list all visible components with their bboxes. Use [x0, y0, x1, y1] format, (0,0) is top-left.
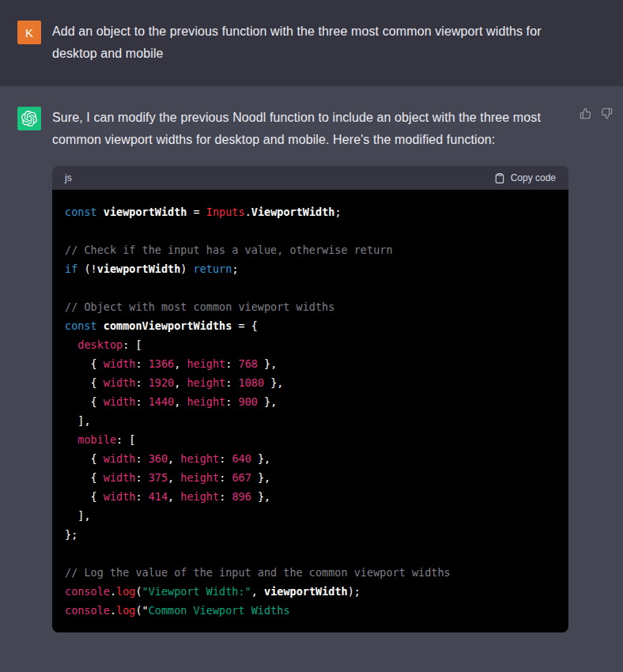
user-avatar: K: [17, 21, 41, 44]
code-line: ],: [65, 411, 556, 430]
thumbs-down-icon: [601, 108, 613, 119]
code-line: [65, 544, 556, 563]
user-avatar-initial: K: [25, 26, 33, 40]
assistant-message-text: Sure, I can modify the previous Noodl fu…: [52, 107, 568, 151]
code-line: mobile: [: [65, 430, 556, 449]
code-line: { width: 1366, height: 768 },: [65, 354, 556, 373]
code-line: { width: 360, height: 640 },: [65, 449, 556, 468]
code-line: };: [65, 525, 556, 544]
user-message-row: K Add an object to the previous function…: [0, 0, 623, 85]
thumbs-down-button[interactable]: [601, 108, 613, 119]
message-feedback: [580, 107, 613, 119]
code-line: [65, 278, 556, 297]
code-line: [65, 221, 556, 240]
thumbs-up-icon: [580, 108, 591, 119]
copy-code-label: Copy code: [511, 172, 556, 183]
code-line: { width: 1920, height: 1080 },: [65, 373, 556, 392]
user-message-text: Add an object to the previous function w…: [52, 21, 568, 65]
code-line: console.log("Viewport Width:", viewportW…: [65, 582, 556, 601]
code-line: console.log("Common Viewport Widths: [65, 601, 556, 620]
code-line: desktop: [: [65, 335, 556, 354]
clipboard-icon: [494, 172, 505, 184]
user-message-content: Add an object to the previous function w…: [52, 21, 568, 65]
code-line: { width: 375, height: 667 },: [65, 468, 556, 487]
code-line: { width: 414, height: 896 },: [65, 487, 556, 506]
code-block-header: js Copy code: [52, 166, 568, 190]
assistant-message-content: Sure, I can modify the previous Noodl fu…: [52, 107, 568, 632]
code-line: if (!viewportWidth) return;: [65, 259, 556, 278]
code-line: // Log the value of the input and the co…: [65, 563, 556, 582]
code-line: { width: 1440, height: 900 },: [65, 392, 556, 411]
code-block: js Copy code const viewportWidth = Input…: [52, 166, 568, 632]
code-line: // Check if the input has a value, other…: [65, 240, 556, 259]
code-language-label: js: [65, 172, 72, 183]
assistant-message-row: Sure, I can modify the previous Noodl fu…: [0, 85, 623, 672]
code-line: const viewportWidth = Inputs.ViewportWid…: [65, 202, 556, 221]
code-line: // Object with most common viewport widt…: [65, 297, 556, 316]
code-line: ],: [65, 506, 556, 525]
code-line: const commonViewportWidths = {: [65, 316, 556, 335]
chatgpt-avatar: [17, 107, 41, 130]
openai-logo-icon: [21, 111, 37, 126]
code-content[interactable]: const viewportWidth = Inputs.ViewportWid…: [52, 190, 568, 632]
copy-code-button[interactable]: Copy code: [494, 172, 556, 184]
thumbs-up-button[interactable]: [580, 108, 591, 119]
